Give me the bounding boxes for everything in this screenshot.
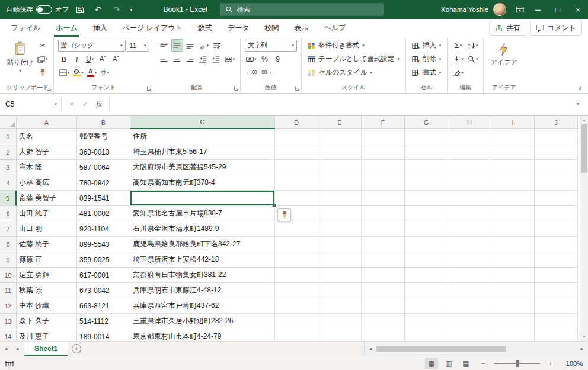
horizontal-scroll-track[interactable] bbox=[376, 342, 576, 356]
row-header-2[interactable]: 2 bbox=[0, 144, 17, 160]
ideas-button[interactable]: アイデア bbox=[488, 39, 520, 67]
undo-button[interactable]: ↶ bbox=[91, 2, 106, 17]
zoom-slider-thumb[interactable] bbox=[516, 360, 519, 367]
cell-J3[interactable] bbox=[535, 160, 578, 175]
minimize-button[interactable]: ─ bbox=[528, 0, 548, 19]
row-header-1[interactable]: 1 bbox=[0, 129, 17, 144]
formula-input[interactable] bbox=[109, 97, 573, 111]
cell-C5[interactable] bbox=[130, 191, 275, 206]
cell-B14[interactable]: 189-0014 bbox=[77, 329, 130, 341]
cell-D1[interactable] bbox=[275, 129, 318, 144]
cell-A2[interactable]: 大野 智子 bbox=[17, 144, 77, 160]
zoom-level[interactable]: 100% bbox=[561, 360, 583, 367]
cell-J4[interactable] bbox=[535, 175, 578, 191]
close-button[interactable]: × bbox=[568, 0, 588, 19]
cell-I13[interactable] bbox=[491, 314, 535, 329]
column-header-A[interactable]: A bbox=[17, 116, 77, 129]
cell-C2[interactable]: 埼玉県桶川市東5-56-17 bbox=[130, 144, 275, 160]
row-header-7[interactable]: 7 bbox=[0, 221, 17, 237]
tab-file[interactable]: ファイル bbox=[4, 19, 48, 37]
vertical-scrollbar[interactable]: ▴ ▾ bbox=[580, 116, 588, 341]
cell-D8[interactable] bbox=[275, 237, 318, 252]
cell-C11[interactable]: 兵庫県明石市東藤江4-48-12 bbox=[130, 283, 275, 298]
increase-decimal-button[interactable]: ←.00 bbox=[245, 66, 258, 79]
cell-styles-button[interactable]: セルのスタイル▾ bbox=[306, 66, 401, 79]
decrease-decimal-button[interactable]: .00→ bbox=[259, 66, 272, 79]
cell-B3[interactable]: 587-0064 bbox=[77, 160, 130, 175]
cell-F8[interactable] bbox=[362, 237, 405, 252]
orientation-button[interactable]: ab▾ bbox=[197, 39, 210, 52]
cell-F9[interactable] bbox=[362, 252, 405, 268]
cell-J10[interactable] bbox=[535, 268, 578, 283]
cell-H6[interactable] bbox=[448, 206, 491, 221]
cell-C14[interactable]: 東京都東村山市本町4-24-79 bbox=[130, 329, 275, 341]
normal-view-button[interactable]: ▦ bbox=[425, 358, 438, 369]
currency-format-button[interactable]: ▾ bbox=[245, 53, 258, 65]
cell-D4[interactable] bbox=[275, 175, 318, 191]
cell-A8[interactable]: 佐藤 悠子 bbox=[17, 237, 77, 252]
cell-J7[interactable] bbox=[535, 221, 578, 237]
percent-style-button[interactable]: % bbox=[259, 53, 271, 65]
cell-E5[interactable] bbox=[318, 191, 362, 206]
cell-I10[interactable] bbox=[491, 268, 535, 283]
cell-D11[interactable] bbox=[275, 283, 318, 298]
cell-H9[interactable] bbox=[448, 252, 491, 268]
cell-A1[interactable]: 氏名 bbox=[17, 129, 77, 144]
cell-E3[interactable] bbox=[318, 160, 362, 175]
row-header-10[interactable]: 10 bbox=[0, 268, 17, 283]
cell-B6[interactable]: 481-0002 bbox=[77, 206, 130, 221]
cell-I2[interactable] bbox=[491, 144, 535, 160]
column-header-I[interactable]: I bbox=[491, 116, 535, 129]
cell-F2[interactable] bbox=[362, 144, 405, 160]
row-header-13[interactable]: 13 bbox=[0, 314, 17, 329]
select-all-corner[interactable] bbox=[0, 116, 17, 129]
cell-J8[interactable] bbox=[535, 237, 578, 252]
fill-handle[interactable] bbox=[273, 204, 276, 207]
cell-A9[interactable]: 篠原 正 bbox=[17, 252, 77, 268]
cell-H10[interactable] bbox=[448, 268, 491, 283]
cell-C8[interactable]: 鹿児島県姶良郡姶良町下名342-27 bbox=[130, 237, 275, 252]
cell-D13[interactable] bbox=[275, 314, 318, 329]
cell-E12[interactable] bbox=[318, 298, 362, 314]
redo-button[interactable]: ↷ bbox=[109, 2, 124, 17]
cell-F13[interactable] bbox=[362, 314, 405, 329]
decrease-font-size-button[interactable]: Aˇ bbox=[110, 53, 122, 65]
cell-C3[interactable]: 大阪府堺市美原区菩提545-29 bbox=[130, 160, 275, 175]
column-header-F[interactable]: F bbox=[362, 116, 405, 129]
sort-filter-button[interactable]: AZ▾ bbox=[466, 39, 480, 52]
clipboard-dialog-launcher[interactable] bbox=[46, 85, 52, 91]
cell-G4[interactable] bbox=[405, 175, 448, 191]
format-cells-button[interactable]: 書式▾ bbox=[410, 66, 443, 79]
column-header-B[interactable]: B bbox=[77, 116, 130, 129]
maximize-button[interactable]: □ bbox=[548, 0, 568, 19]
cell-E8[interactable] bbox=[318, 237, 362, 252]
cell-G10[interactable] bbox=[405, 268, 448, 283]
cell-I14[interactable] bbox=[491, 329, 535, 341]
cell-I1[interactable] bbox=[491, 129, 535, 144]
paste-button[interactable]: 貼り付け ▾ bbox=[7, 39, 34, 83]
bold-button[interactable]: B bbox=[58, 53, 70, 65]
cell-H11[interactable] bbox=[448, 283, 491, 298]
column-header-E[interactable]: E bbox=[318, 116, 362, 129]
cell-J13[interactable] bbox=[535, 314, 578, 329]
cell-G5[interactable] bbox=[405, 191, 448, 206]
cell-D9[interactable] bbox=[275, 252, 318, 268]
scroll-up-icon[interactable]: ▴ bbox=[580, 116, 588, 124]
cell-G1[interactable] bbox=[405, 129, 448, 144]
cell-A11[interactable]: 秋葉 崇 bbox=[17, 283, 77, 298]
row-header-4[interactable]: 4 bbox=[0, 175, 17, 191]
tab-formulas[interactable]: 数式 bbox=[190, 19, 220, 37]
cell-H14[interactable] bbox=[448, 329, 491, 341]
cell-I5[interactable] bbox=[491, 191, 535, 206]
cell-F10[interactable] bbox=[362, 268, 405, 283]
ribbon-display-options-button[interactable] bbox=[512, 2, 528, 17]
increase-indent-button[interactable] bbox=[210, 53, 222, 65]
comments-button[interactable]: コメント bbox=[530, 21, 582, 36]
cell-A5[interactable]: 斎藤 美智子 bbox=[17, 191, 77, 206]
save-button[interactable] bbox=[72, 2, 88, 17]
cell-A3[interactable]: 高木 隆 bbox=[17, 160, 77, 175]
comma-style-button[interactable]: 9 bbox=[272, 53, 284, 65]
tab-insert[interactable]: 挿入 bbox=[85, 19, 115, 37]
cell-J5[interactable] bbox=[535, 191, 578, 206]
cell-B1[interactable]: 郵便番号 bbox=[77, 129, 130, 144]
